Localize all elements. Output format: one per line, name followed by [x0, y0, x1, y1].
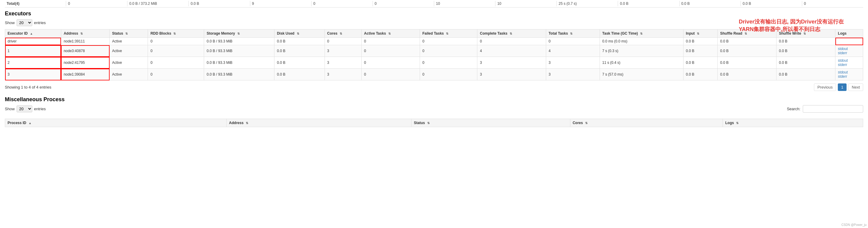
- executor-status-2: Active: [110, 57, 148, 69]
- col-failed-tasks[interactable]: Failed Tasks ⇅: [420, 30, 477, 38]
- show-label: Show: [5, 21, 15, 25]
- executor-tasktime-3: 7 s (57.0 ms): [599, 69, 683, 80]
- executor-complete-0: 0: [477, 38, 546, 45]
- misc-header-row: Process ID ▲ Address ⇅ Status ⇅ Cores ⇅ …: [5, 119, 863, 127]
- executor-rdd-3: 0: [148, 69, 204, 80]
- annotation-box: Driver没有输出日志, 因为Driver没有运行在 YARN集群容器中,所以…: [739, 18, 844, 33]
- col-complete-tasks[interactable]: Complete Tasks ⇅: [477, 30, 546, 38]
- executor-row-1: 1 node3:40878 Active 0 0.0 B / 93.3 MiB …: [5, 45, 863, 57]
- executor-shuffle-write-0: 0.0 B: [776, 38, 835, 45]
- show-select[interactable]: 20 50 100: [17, 19, 32, 26]
- sort-icon-input: ⇅: [697, 32, 699, 35]
- next-button[interactable]: Next: [848, 83, 863, 91]
- misc-sort-icon-logs: ⇅: [736, 121, 739, 125]
- executor-status-1: Active: [110, 45, 148, 57]
- executor-status-0: Active: [110, 38, 148, 45]
- executor-id-1: 1: [5, 45, 61, 57]
- col-status[interactable]: Status ⇅: [110, 30, 148, 38]
- col-address[interactable]: Address ⇅: [61, 30, 109, 38]
- executor-row-3: 3 node1:39084 Active 0 0.0 B / 93.3 MiB …: [5, 69, 863, 80]
- log-link-stdout-2[interactable]: stdout: [838, 59, 848, 63]
- logs-cell-0: [835, 38, 863, 45]
- col-rdd-blocks[interactable]: RDD Blocks ⇅: [148, 30, 204, 38]
- sort-icon-rdd: ⇅: [173, 32, 176, 35]
- total-label: Total(4): [5, 1, 66, 6]
- executor-input-3: 0.0 B: [683, 69, 718, 80]
- page-1-button[interactable]: 1: [838, 83, 846, 91]
- executor-storage-0: 0.0 B / 93.3 MiB: [204, 38, 274, 45]
- sort-icon-task-time: ⇅: [640, 32, 643, 35]
- total-val-6: 10: [434, 1, 495, 6]
- misc-col-cores[interactable]: Cores ⇅: [570, 119, 723, 127]
- misc-show-label: Show: [5, 107, 15, 111]
- logs-cell-2: stdoutstderr: [835, 57, 863, 69]
- col-total-tasks[interactable]: Total Tasks ⇅: [546, 30, 599, 38]
- executor-addr-3: node1:39084: [61, 69, 109, 80]
- log-link-stdout-3[interactable]: stdout: [838, 70, 848, 74]
- executor-shuffle-read-3: 0.0 B: [718, 69, 777, 80]
- misc-col-process-id[interactable]: Process ID ▲: [5, 119, 227, 127]
- executors-header-row: Executor ID ▲ Address ⇅ Status ⇅ RDD Blo…: [5, 30, 863, 38]
- col-active-tasks[interactable]: Active Tasks ⇅: [362, 30, 420, 38]
- executor-failed-3: 0: [420, 69, 477, 80]
- executor-complete-1: 4: [477, 45, 546, 57]
- sort-icon-cores: ⇅: [340, 32, 342, 35]
- log-link-stdout-1[interactable]: stdout: [838, 47, 848, 51]
- total-val-9: 0.0 B: [618, 1, 679, 6]
- total-val-8: 25 s (0.7 s): [557, 1, 618, 6]
- annotation-line2: YARN集群容器中,所以看不到日志: [739, 26, 844, 33]
- executor-active-1: 0: [362, 45, 420, 57]
- col-input[interactable]: Input ⇅: [683, 30, 718, 38]
- col-storage-memory[interactable]: Storage Memory ⇅: [204, 30, 274, 38]
- executor-id-3: 3: [5, 69, 61, 80]
- executor-status-3: Active: [110, 69, 148, 80]
- log-link-stderr-3[interactable]: stderr: [838, 74, 847, 79]
- executor-storage-1: 0.0 B / 93.3 MiB: [204, 45, 274, 57]
- sort-icon-total-tasks: ⇅: [570, 32, 572, 35]
- executor-cores-3: 3: [324, 69, 362, 80]
- total-val-10: 0.0 B: [680, 1, 741, 6]
- executor-input-1: 0.0 B: [683, 45, 718, 57]
- show-entries-row: Show 20 50 100 entries: [5, 19, 863, 26]
- log-link-stderr-2[interactable]: stderr: [838, 63, 847, 67]
- search-row: Search:: [787, 105, 863, 113]
- sort-icon-failed: ⇅: [446, 32, 448, 35]
- col-executor-id[interactable]: Executor ID ▲: [5, 30, 61, 38]
- executor-failed-2: 0: [420, 57, 477, 69]
- sort-icon-disk: ⇅: [297, 32, 299, 35]
- executor-tasktime-1: 7 s (0.3 s): [599, 45, 683, 57]
- misc-sort-icon-process-id: ▲: [28, 121, 31, 125]
- total-val-1: 0.0 B / 373.2 MiB: [127, 1, 189, 6]
- col-cores[interactable]: Cores ⇅: [324, 30, 362, 38]
- annotation-line1: Driver没有输出日志, 因为Driver没有运行在: [739, 18, 844, 26]
- executor-input-2: 0.0 B: [683, 57, 718, 69]
- executor-storage-2: 0.0 B / 93.3 MiB: [204, 57, 274, 69]
- previous-button[interactable]: Previous: [814, 83, 836, 91]
- total-val-3: 9: [250, 1, 312, 6]
- executor-shuffle-write-2: 0.0 B: [776, 57, 835, 69]
- executor-addr-1: node3:40878: [61, 45, 109, 57]
- executor-cores-2: 3: [324, 57, 362, 69]
- executors-pagination: Showing 1 to 4 of 4 entries Previous 1 N…: [5, 83, 863, 91]
- executor-shuffle-read-1: 0.0 B: [718, 45, 777, 57]
- executor-active-3: 0: [362, 69, 420, 80]
- col-task-time[interactable]: Task Time (GC Time) ⇅: [599, 30, 683, 38]
- misc-col-logs[interactable]: Logs ⇅: [723, 119, 863, 127]
- total-val-2: 0.0 B: [189, 1, 250, 6]
- executor-active-2: 0: [362, 57, 420, 69]
- misc-col-address[interactable]: Address ⇅: [226, 119, 411, 127]
- misc-table: Process ID ▲ Address ⇅ Status ⇅ Cores ⇅ …: [5, 119, 863, 127]
- misc-show-select[interactable]: 20 50 100: [17, 105, 32, 112]
- misc-entries-label: entries: [34, 107, 46, 111]
- executor-shuffle-write-3: 0.0 B: [776, 69, 835, 80]
- misc-col-status[interactable]: Status ⇅: [411, 119, 570, 127]
- executor-row-2: 2 node2:41795 Active 0 0.0 B / 93.3 MiB …: [5, 57, 863, 69]
- misc-sort-icon-status: ⇅: [427, 121, 430, 125]
- search-input[interactable]: [803, 105, 863, 113]
- misc-sort-icon-cores: ⇅: [585, 121, 588, 125]
- log-link-stderr-1[interactable]: stderr: [838, 51, 847, 55]
- executor-id-2: 2: [5, 57, 61, 69]
- executor-total-2: 3: [546, 57, 599, 69]
- col-disk-used[interactable]: Disk Used ⇅: [274, 30, 324, 38]
- executor-tasktime-2: 11 s (0.4 s): [599, 57, 683, 69]
